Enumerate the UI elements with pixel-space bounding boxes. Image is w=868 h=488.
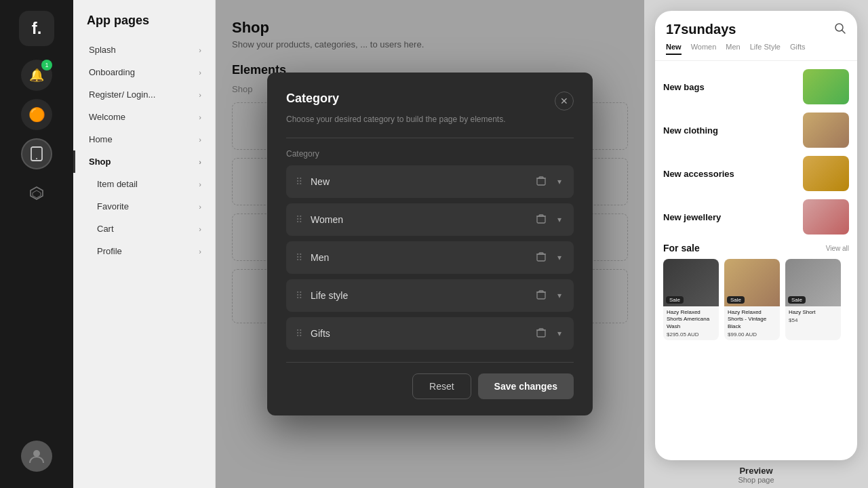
- sale-card-info-1: Hazy Relaxed Shorts Americana Wash $295.…: [663, 306, 719, 340]
- svg-point-4: [33, 450, 40, 457]
- delete-category-button[interactable]: [533, 173, 549, 191]
- stack-icon[interactable]: [21, 178, 52, 209]
- product-thumbnail-bags: [803, 69, 849, 104]
- category-list: New ▾ Women: [286, 165, 574, 350]
- modal-subtitle: Choose your desired category to build th…: [286, 115, 574, 124]
- category-item-new[interactable]: New ▾: [286, 165, 574, 198]
- drag-handle-icon: [296, 176, 302, 187]
- category-actions: ▾: [533, 325, 564, 343]
- category-actions: ▾: [533, 287, 564, 305]
- category-name: Men: [311, 252, 533, 263]
- sidebar-item-splash[interactable]: Splash ›: [73, 39, 215, 61]
- modal-divider-bottom: [286, 362, 574, 363]
- for-sale-title: For sale: [663, 243, 700, 253]
- preview-sublabel: Shop page: [738, 476, 774, 484]
- expand-category-button[interactable]: ▾: [555, 288, 564, 303]
- preview-label: Preview: [739, 466, 772, 476]
- nav-list: Splash › Onboarding › Register/ Login...…: [73, 39, 215, 262]
- chevron-icon: ›: [199, 203, 201, 211]
- save-changes-button[interactable]: Save changes: [478, 373, 574, 399]
- phone-brand: 17sundays: [666, 22, 736, 37]
- sidebar-item-item-detail[interactable]: Item detail ›: [73, 173, 215, 195]
- svg-rect-9: [537, 216, 545, 223]
- for-sale-section: For sale View all: [663, 243, 849, 253]
- reset-button[interactable]: Reset: [412, 373, 471, 399]
- product-name: New jewellery: [663, 212, 721, 222]
- category-item-gifts[interactable]: Gifts ▾: [286, 317, 574, 350]
- layers-icon[interactable]: 🟠: [21, 99, 52, 130]
- svg-rect-13: [537, 292, 545, 299]
- phone-header: 17sundays: [655, 11, 857, 43]
- phone-tab-lifestyle[interactable]: Life Style: [750, 43, 781, 55]
- app-pages-title: App pages: [73, 14, 215, 39]
- delete-category-button[interactable]: [533, 249, 549, 267]
- view-all-link[interactable]: View all: [826, 245, 849, 252]
- chevron-icon: ›: [199, 136, 201, 144]
- chevron-icon: ›: [199, 225, 201, 233]
- category-actions: ▾: [533, 173, 564, 191]
- sidebar-item-home[interactable]: Home ›: [73, 128, 215, 150]
- notification-badge: 1: [41, 60, 52, 70]
- expand-category-button[interactable]: ▾: [555, 250, 564, 265]
- phone-tab-men[interactable]: Men: [726, 43, 740, 55]
- sale-badge-2: Sale: [727, 296, 745, 304]
- sidebar-item-register-login[interactable]: Register/ Login... ›: [73, 83, 215, 106]
- category-item-women[interactable]: Women ▾: [286, 203, 574, 236]
- expand-category-button[interactable]: ▾: [555, 326, 564, 341]
- sidebar-item-cart[interactable]: Cart ›: [73, 218, 215, 240]
- chevron-icon: ›: [199, 46, 201, 54]
- modal-overlay[interactable]: Category ✕ Choose your desired category …: [216, 0, 644, 488]
- tablet-icon[interactable]: [21, 138, 52, 169]
- sale-card-image-2: Sale: [724, 259, 780, 306]
- modal-title: Category: [286, 92, 339, 106]
- sidebar-item-shop[interactable]: Shop ›: [73, 150, 215, 173]
- product-row-clothing: New clothing: [663, 113, 849, 148]
- sale-card-1[interactable]: Sale Hazy Relaxed Shorts Americana Wash …: [663, 259, 719, 340]
- drag-handle-icon: [296, 214, 302, 225]
- sale-card-3[interactable]: Sale Hazy Short $54: [785, 259, 841, 340]
- modal-header: Category ✕: [286, 92, 574, 110]
- product-thumbnail-jewellery: [803, 199, 849, 235]
- phone-content: New bags New clothing New accessories Ne…: [655, 61, 857, 460]
- sale-card-info-2: Hazy Relaxed Shorts - Vintage Black $99.…: [724, 306, 780, 340]
- delete-category-button[interactable]: [533, 211, 549, 229]
- drag-handle-icon: [296, 252, 302, 263]
- product-name: New bags: [663, 82, 705, 92]
- phone-tab-women[interactable]: Women: [691, 43, 717, 55]
- sidebar-item-favorite[interactable]: Favorite ›: [73, 195, 215, 218]
- category-name: New: [311, 176, 533, 187]
- app-logo: f.: [19, 11, 54, 46]
- sidebar-item-profile[interactable]: Profile ›: [73, 240, 215, 262]
- modal-divider-top: [286, 138, 574, 138]
- drag-handle-icon: [296, 328, 302, 339]
- preview-footer: Preview Shop page: [738, 460, 774, 488]
- modal-category-label: Category: [286, 149, 574, 159]
- sale-cards: Sale Hazy Relaxed Shorts Americana Wash …: [663, 259, 849, 340]
- sidebar-item-onboarding[interactable]: Onboarding ›: [73, 61, 215, 83]
- modal-close-button[interactable]: ✕: [555, 92, 574, 110]
- phone-tab-gifts[interactable]: Gifts: [790, 43, 806, 55]
- sale-card-name-2: Hazy Relaxed Shorts - Vintage Black: [728, 309, 776, 330]
- chevron-icon: ›: [199, 247, 201, 256]
- expand-category-button[interactable]: ▾: [555, 174, 564, 189]
- drag-handle-icon: [296, 290, 302, 301]
- sidebar-item-welcome[interactable]: Welcome ›: [73, 106, 215, 128]
- svg-rect-11: [537, 254, 545, 261]
- delete-category-button[interactable]: [533, 287, 549, 305]
- sale-card-name-3: Hazy Short: [789, 309, 837, 316]
- sidebar-icons: 🔔 1 🟠: [21, 60, 52, 441]
- category-item-men[interactable]: Men ▾: [286, 241, 574, 274]
- category-item-lifestyle[interactable]: Life style ▾: [286, 279, 574, 312]
- expand-category-button[interactable]: ▾: [555, 212, 564, 227]
- category-actions: ▾: [533, 249, 564, 267]
- sale-card-2[interactable]: Sale Hazy Relaxed Shorts - Vintage Black…: [724, 259, 780, 340]
- notification-icon[interactable]: 🔔 1: [21, 60, 52, 91]
- phone-tab-new[interactable]: New: [666, 43, 682, 55]
- user-avatar[interactable]: [21, 441, 52, 472]
- delete-category-button[interactable]: [533, 325, 549, 343]
- product-thumbnail-clothing: [803, 113, 849, 148]
- svg-marker-3: [33, 190, 41, 198]
- sale-card-info-3: Hazy Short $54: [785, 306, 841, 326]
- phone-search-icon[interactable]: [834, 22, 846, 37]
- sale-card-price-3: $54: [789, 317, 837, 323]
